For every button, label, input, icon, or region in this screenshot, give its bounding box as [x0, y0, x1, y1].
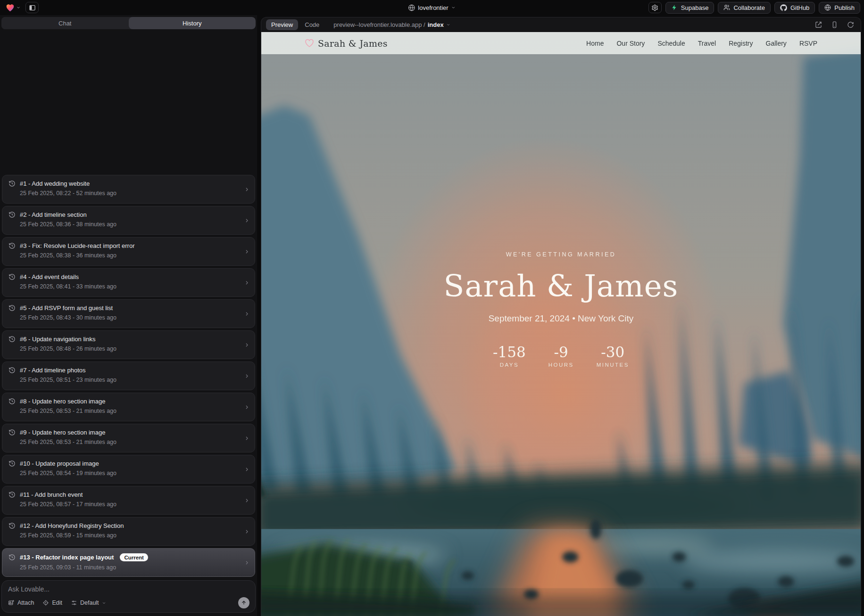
- chevron-right-icon: [244, 528, 250, 534]
- countdown-unit: -30 MINUTES: [597, 344, 629, 368]
- history-item[interactable]: #9 - Update hero section image 25 Feb 20…: [2, 424, 255, 452]
- globe-icon: [408, 4, 415, 11]
- nav-link-schedule[interactable]: Schedule: [657, 40, 685, 47]
- smartphone-icon[interactable]: [831, 21, 838, 28]
- history-item-timestamp: 25 Feb 2025, 08:36 - 38 minutes ago: [20, 221, 239, 228]
- history-item[interactable]: #1 - Add wedding website 25 Feb 2025, 08…: [2, 175, 255, 204]
- site-preview: Sarah & James HomeOur StoryScheduleTrave…: [261, 32, 861, 616]
- nav-link-rsvp[interactable]: RSVP: [799, 40, 817, 47]
- nav-link-our-story[interactable]: Our Story: [616, 40, 645, 47]
- history-item-title: #2 - Add timeline section: [20, 211, 87, 218]
- history-icon: [8, 460, 16, 467]
- sidebar-toggle-icon: [29, 4, 36, 11]
- history-item-timestamp: 25 Feb 2025, 08:48 - 26 minutes ago: [20, 345, 239, 352]
- users-icon: [723, 4, 730, 11]
- history-item-timestamp: 25 Feb 2025, 08:53 - 21 minutes ago: [20, 439, 239, 445]
- history-icon: [8, 242, 16, 249]
- nav-link-registry[interactable]: Registry: [729, 40, 753, 47]
- chevron-right-icon: [244, 248, 250, 255]
- history-item[interactable]: #3 - Fix: Resolve Lucide-react import er…: [2, 237, 255, 266]
- refresh-icon[interactable]: [847, 21, 854, 28]
- topbar: lovefrontier Supabase: [0, 0, 864, 15]
- countdown-label: MINUTES: [597, 362, 629, 368]
- history-item-title: #5 - Add RSVP form and guest list: [20, 304, 113, 312]
- current-badge: Current: [120, 553, 148, 561]
- github-icon: [780, 4, 787, 11]
- supabase-label: Supabase: [681, 4, 709, 11]
- chevron-right-icon: [244, 217, 250, 223]
- publish-button[interactable]: Publish: [819, 2, 860, 14]
- composer: Attach Edit Defaul: [1, 580, 256, 613]
- history-item-title: #1 - Add wedding website: [20, 180, 90, 187]
- mode-label: Default: [80, 600, 99, 606]
- attach-label: Attach: [17, 600, 34, 606]
- history-item-timestamp: 25 Feb 2025, 08:22 - 52 minutes ago: [20, 190, 239, 197]
- ask-lovable-input[interactable]: [8, 585, 249, 593]
- history-item-title: #10 - Update proposal image: [20, 460, 99, 467]
- history-item[interactable]: #10 - Update proposal image 25 Feb 2025,…: [2, 455, 255, 484]
- external-link-icon[interactable]: [815, 21, 822, 28]
- history-item[interactable]: #11 - Add brunch event 25 Feb 2025, 08:5…: [2, 486, 255, 515]
- collaborate-button[interactable]: Collaborate: [718, 2, 771, 14]
- tab-chat[interactable]: Chat: [1, 17, 129, 29]
- countdown-value: -30: [597, 344, 629, 361]
- history-item[interactable]: #7 - Add timeline photos 25 Feb 2025, 08…: [2, 361, 255, 390]
- site-brand[interactable]: Sarah & James: [305, 38, 388, 49]
- supabase-button[interactable]: Supabase: [665, 2, 714, 14]
- target-icon: [42, 600, 49, 606]
- url-page: index: [428, 21, 444, 28]
- history-item[interactable]: #4 - Add event details 25 Feb 2025, 08:4…: [2, 268, 255, 297]
- edit-button[interactable]: Edit: [42, 600, 62, 606]
- history-item-timestamp: 25 Feb 2025, 08:57 - 17 minutes ago: [20, 501, 239, 508]
- chevron-right-icon: [244, 559, 250, 566]
- project-switcher[interactable]: lovefrontier: [408, 0, 456, 15]
- chevron-right-icon: [244, 466, 250, 472]
- send-button[interactable]: [238, 597, 249, 608]
- preview-toolbar: Preview Code preview--lovefrontier.lovab…: [261, 17, 861, 32]
- github-button[interactable]: GitHub: [774, 2, 815, 14]
- sliders-icon: [71, 600, 77, 606]
- nav-link-home[interactable]: Home: [586, 40, 604, 47]
- history-item[interactable]: #5 - Add RSVP form and guest list 25 Feb…: [2, 299, 255, 328]
- history-icon: [8, 211, 16, 218]
- history-item[interactable]: #8 - Update hero section image 25 Feb 20…: [2, 393, 255, 421]
- nav-link-travel[interactable]: Travel: [698, 40, 716, 47]
- preview-url[interactable]: preview--lovefrontier.lovable.app / inde…: [333, 21, 450, 28]
- app-root: lovefrontier Supabase: [0, 0, 864, 616]
- history-item[interactable]: #6 - Update navigation links 25 Feb 2025…: [2, 330, 255, 359]
- history-item-title: #9 - Update hero section image: [20, 429, 105, 436]
- collaborate-label: Collaborate: [733, 4, 765, 11]
- history-icon: [8, 554, 16, 561]
- lovable-heart-icon: [6, 4, 15, 12]
- heart-outline-icon: [305, 39, 314, 48]
- site-header: Sarah & James HomeOur StoryScheduleTrave…: [261, 32, 861, 54]
- settings-button[interactable]: [648, 2, 662, 13]
- history-item-timestamp: 25 Feb 2025, 08:38 - 36 minutes ago: [20, 252, 239, 259]
- chevron-down-icon: [451, 5, 456, 10]
- mode-selector[interactable]: Default: [71, 600, 106, 606]
- chevron-down-icon: [16, 5, 21, 10]
- chevron-right-icon: [244, 373, 250, 379]
- tab-code[interactable]: Code: [300, 19, 324, 30]
- lovable-menu[interactable]: [4, 3, 23, 13]
- nav-link-gallery[interactable]: Gallery: [766, 40, 787, 47]
- edit-label: Edit: [52, 600, 62, 606]
- arrow-up-icon: [241, 600, 247, 606]
- workspace: Preview Code preview--lovefrontier.lovab…: [257, 15, 864, 616]
- site-brand-name: Sarah & James: [318, 38, 388, 49]
- history-item-title: #6 - Update navigation links: [20, 336, 95, 343]
- tab-history[interactable]: History: [129, 17, 256, 29]
- sidebar-toggle-button[interactable]: [25, 2, 39, 13]
- history-item[interactable]: #2 - Add timeline section 25 Feb 2025, 0…: [2, 206, 255, 235]
- attach-button[interactable]: Attach: [8, 600, 34, 606]
- github-label: GitHub: [790, 4, 809, 11]
- history-item[interactable]: #13 - Refactor index page layout Current…: [2, 548, 255, 577]
- hero-date-location: September 21, 2024 • New York City: [261, 313, 861, 324]
- tab-preview[interactable]: Preview: [266, 19, 298, 30]
- history-icon: [8, 398, 16, 405]
- chevron-right-icon: [244, 279, 250, 286]
- history-list: #1 - Add wedding website 25 Feb 2025, 08…: [1, 175, 256, 577]
- history-item[interactable]: #12 - Add Honeyfund Registry Section 25 …: [2, 517, 255, 546]
- history-item-timestamp: 25 Feb 2025, 08:53 - 21 minutes ago: [20, 408, 239, 414]
- publish-label: Publish: [834, 4, 855, 11]
